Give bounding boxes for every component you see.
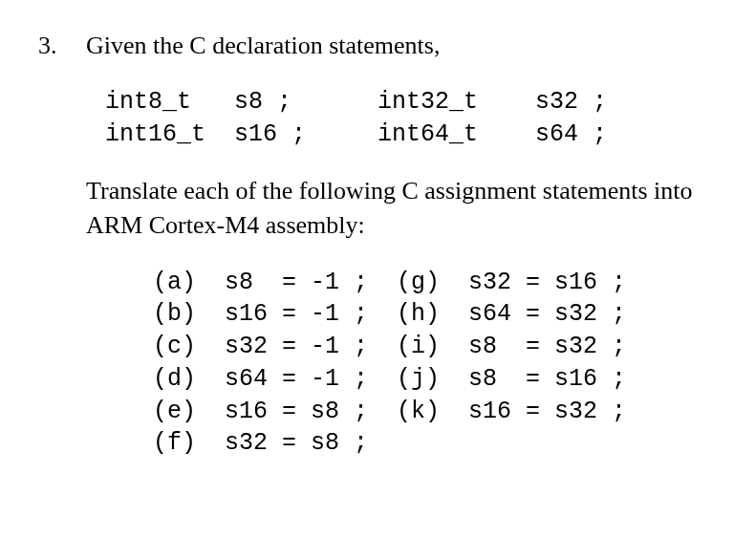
question-number: 3. — [38, 29, 86, 63]
declaration-code: int8_t s8 ; int32_t s32 ; int16_t s16 ; … — [105, 86, 717, 151]
subparts-code: (a) s8 = -1 ; (g) s32 = s16 ; (b) s16 = … — [153, 267, 717, 461]
instruction-text: Translate each of the following C assign… — [86, 174, 717, 244]
question-prompt: Given the C declaration statements, — [86, 29, 717, 63]
question-header: 3. Given the C declaration statements, — [38, 29, 717, 63]
